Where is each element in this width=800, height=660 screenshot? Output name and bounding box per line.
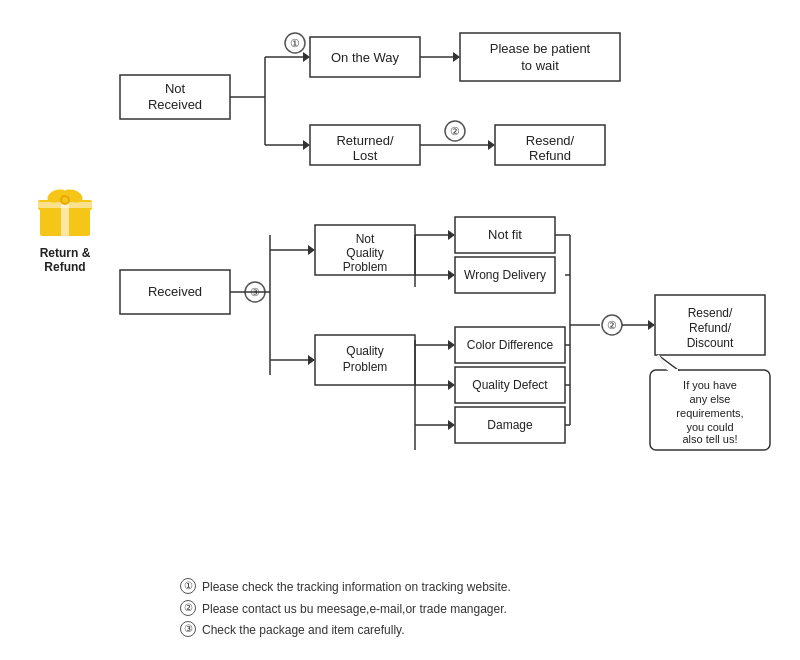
svg-marker-94 xyxy=(658,355,678,370)
note-item-1: ① Please check the tracking information … xyxy=(180,577,780,599)
svg-marker-71 xyxy=(448,420,455,430)
note-circle-1: ① xyxy=(180,578,196,594)
svg-text:Received: Received xyxy=(148,284,202,299)
svg-text:If you have: If you have xyxy=(683,379,737,391)
svg-text:②: ② xyxy=(450,125,460,137)
svg-marker-46 xyxy=(308,245,315,255)
svg-text:Refund: Refund xyxy=(529,148,571,163)
gift-icon xyxy=(35,180,95,240)
svg-text:①: ① xyxy=(290,37,300,49)
svg-marker-52 xyxy=(308,355,315,365)
svg-marker-16 xyxy=(303,52,310,62)
note-circle-3: ③ xyxy=(180,621,196,637)
svg-marker-35 xyxy=(488,140,495,150)
svg-text:Received: Received xyxy=(148,97,202,112)
note-text-1: Please check the tracking information on… xyxy=(202,577,511,599)
svg-marker-67 xyxy=(448,340,455,350)
svg-text:Discount: Discount xyxy=(687,336,734,350)
svg-text:Not: Not xyxy=(165,81,186,96)
svg-text:Quality: Quality xyxy=(346,344,383,358)
svg-text:Lost: Lost xyxy=(353,148,378,163)
note-text-3: Check the package and item carefully. xyxy=(202,620,405,642)
svg-text:you could: you could xyxy=(686,421,733,433)
note-item-3: ③ Check the package and item carefully. xyxy=(180,620,780,642)
svg-text:Wrong Delivery: Wrong Delivery xyxy=(464,268,546,282)
svg-text:Please be patient: Please be patient xyxy=(490,41,591,56)
svg-text:Not fit: Not fit xyxy=(488,227,522,242)
page-container: Return & Refund Not Received ① On the Wa… xyxy=(0,0,800,660)
svg-text:Color Difference: Color Difference xyxy=(467,338,554,352)
svg-marker-28 xyxy=(303,140,310,150)
icon-area: Return & Refund xyxy=(20,180,110,274)
svg-marker-88 xyxy=(648,320,655,330)
svg-text:Quality: Quality xyxy=(346,246,383,260)
svg-point-9 xyxy=(62,197,68,203)
flowchart-svg: Not Received ① On the Way Please be pati… xyxy=(110,15,785,525)
svg-text:also tell us!: also tell us! xyxy=(682,433,737,445)
svg-text:Resend/: Resend/ xyxy=(526,133,575,148)
svg-text:Damage: Damage xyxy=(487,418,533,432)
svg-text:Resend/: Resend/ xyxy=(688,306,733,320)
svg-marker-69 xyxy=(448,380,455,390)
svg-text:②: ② xyxy=(607,319,617,331)
svg-marker-60 xyxy=(448,270,455,280)
note-circle-2: ② xyxy=(180,600,196,616)
note-text-2: Please contact us bu meesage,e-mail,or t… xyxy=(202,599,507,621)
svg-text:to wait: to wait xyxy=(521,58,559,73)
footer-notes: ① Please check the tracking information … xyxy=(180,577,780,642)
svg-text:Not: Not xyxy=(356,232,375,246)
svg-marker-22 xyxy=(453,52,460,62)
svg-text:Returned/: Returned/ xyxy=(336,133,393,148)
icon-label: Return & Refund xyxy=(20,246,110,274)
svg-text:Quality Defect: Quality Defect xyxy=(472,378,548,392)
svg-text:Problem: Problem xyxy=(343,260,388,274)
svg-text:Refund/: Refund/ xyxy=(689,321,732,335)
svg-marker-58 xyxy=(448,230,455,240)
svg-text:any else: any else xyxy=(690,393,731,405)
svg-text:Problem: Problem xyxy=(343,360,388,374)
note-item-2: ② Please contact us bu meesage,e-mail,or… xyxy=(180,599,780,621)
svg-text:requirements,: requirements, xyxy=(676,407,743,419)
svg-text:On the Way: On the Way xyxy=(331,50,400,65)
